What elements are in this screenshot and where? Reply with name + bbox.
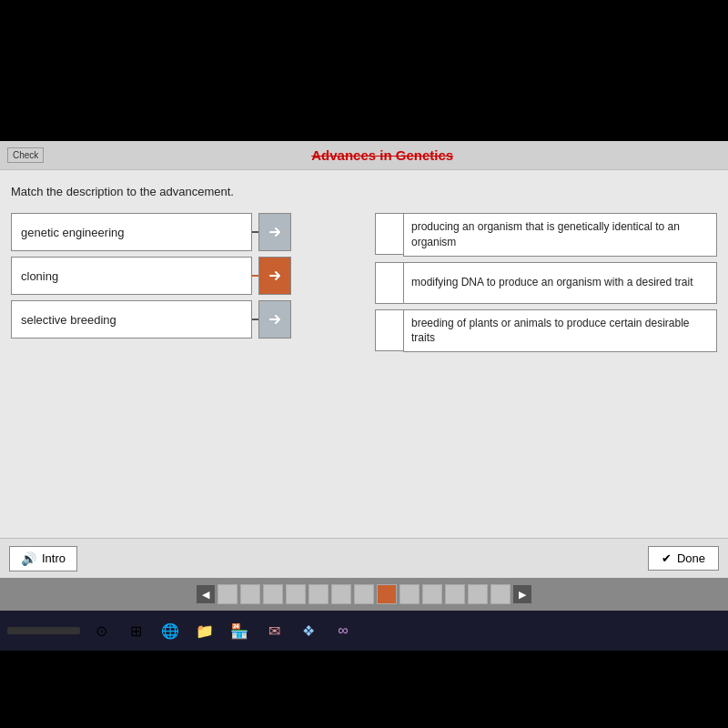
desc-row-3: breeding of plants or animals to produce… [375, 309, 717, 353]
arrow-btn-genetic-engineering[interactable] [258, 213, 291, 251]
taskbar-infinity-icon[interactable]: ∞ [329, 617, 357, 644]
arrow-btn-cloning[interactable] [258, 257, 291, 295]
term-box-selective-breeding: selective breeding [11, 300, 252, 339]
taskbar-edge-icon[interactable]: 🌐 [157, 617, 184, 644]
right-column: producing an organism that is geneticall… [375, 213, 717, 352]
term-label-genetic-engineering: genetic engineering [21, 226, 124, 239]
taskbar-folder-icon[interactable]: 📁 [191, 617, 218, 644]
top-black-bar [0, 0, 728, 141]
start-button[interactable] [7, 627, 80, 634]
nav-page-5[interactable] [308, 584, 329, 604]
intro-button[interactable]: 🔊 Intro [9, 546, 77, 571]
nav-page-12[interactable] [468, 584, 488, 604]
nav-page-1[interactable] [217, 584, 238, 604]
desc-text-2: modifying DNA to produce an organism wit… [411, 275, 693, 290]
nav-prev-button[interactable]: ◀ [197, 585, 215, 603]
taskbar-search-icon[interactable]: ⊙ [87, 617, 115, 644]
arrow-right-icon-cloning [268, 268, 282, 283]
nav-page-7[interactable] [354, 584, 374, 604]
desc-box-1: producing an organism that is geneticall… [403, 213, 717, 257]
done-label: Done [677, 551, 705, 565]
speaker-icon: 🔊 [21, 551, 36, 566]
taskbar-dropbox-icon[interactable]: ❖ [295, 617, 322, 644]
desc-checkbox-1[interactable] [375, 213, 404, 255]
taskbar-store-icon[interactable]: 🏪 [226, 617, 253, 644]
desc-box-2: modifying DNA to produce an organism wit… [403, 262, 717, 304]
arrow-btn-selective-breeding[interactable] [258, 300, 291, 339]
desc-checkbox-3[interactable] [375, 309, 404, 351]
navigation-bar: ◀ ▶ [0, 578, 728, 611]
term-label-selective-breeding: selective breeding [21, 313, 116, 327]
main-content-area: Check Advances in Genetics Match the des… [0, 141, 728, 578]
taskbar-windows-icon[interactable]: ⊞ [122, 617, 149, 644]
nav-page-11[interactable] [445, 584, 465, 604]
desc-row-1: producing an organism that is geneticall… [375, 213, 717, 257]
exercise-area: Match the description to the advancement… [0, 170, 728, 367]
term-box-cloning: cloning [11, 257, 252, 295]
desc-box-3: breeding of plants or animals to produce… [403, 309, 717, 353]
intro-label: Intro [42, 551, 66, 565]
instruction-text: Match the description to the advancement… [11, 185, 717, 198]
left-column: genetic engineering cloning [11, 213, 302, 339]
arrow-right-icon-selective [268, 312, 282, 327]
taskbar-mail-icon[interactable]: ✉ [260, 617, 288, 644]
nav-page-3[interactable] [263, 584, 283, 604]
desc-row-2: modifying DNA to produce an organism wit… [375, 262, 717, 304]
taskbar: ⊙ ⊞ 🌐 📁 🏪 ✉ ❖ ∞ [0, 611, 728, 651]
checkmark-icon: ✔ [662, 551, 672, 565]
header-bar: Check Advances in Genetics [0, 141, 728, 170]
desc-checkbox-2[interactable] [375, 262, 404, 304]
nav-page-8-active[interactable] [377, 584, 397, 604]
term-box-genetic-engineering: genetic engineering [11, 213, 252, 251]
term-row-selective-breeding: selective breeding [11, 300, 302, 339]
desc-text-3: breeding of plants or animals to produce… [411, 316, 709, 347]
matching-container: genetic engineering cloning [11, 213, 717, 352]
page-title: Advances in Genetics [311, 147, 453, 163]
bottom-action-bar: 🔊 Intro ✔ Done [0, 538, 728, 578]
nav-page-4[interactable] [286, 584, 306, 604]
check-button[interactable]: Check [7, 147, 44, 163]
nav-page-6[interactable] [331, 584, 351, 604]
term-row-genetic-engineering: genetic engineering [11, 213, 302, 251]
nav-page-9[interactable] [399, 584, 420, 604]
nav-page-2[interactable] [240, 584, 260, 604]
term-label-cloning: cloning [21, 269, 58, 283]
done-button[interactable]: ✔ Done [648, 546, 719, 571]
term-row-cloning: cloning [11, 257, 302, 295]
nav-page-13[interactable] [490, 584, 511, 604]
desc-text-1: producing an organism that is geneticall… [411, 219, 709, 250]
nav-page-10[interactable] [422, 584, 442, 604]
nav-next-button[interactable]: ▶ [513, 585, 531, 603]
arrow-right-icon [268, 225, 282, 239]
